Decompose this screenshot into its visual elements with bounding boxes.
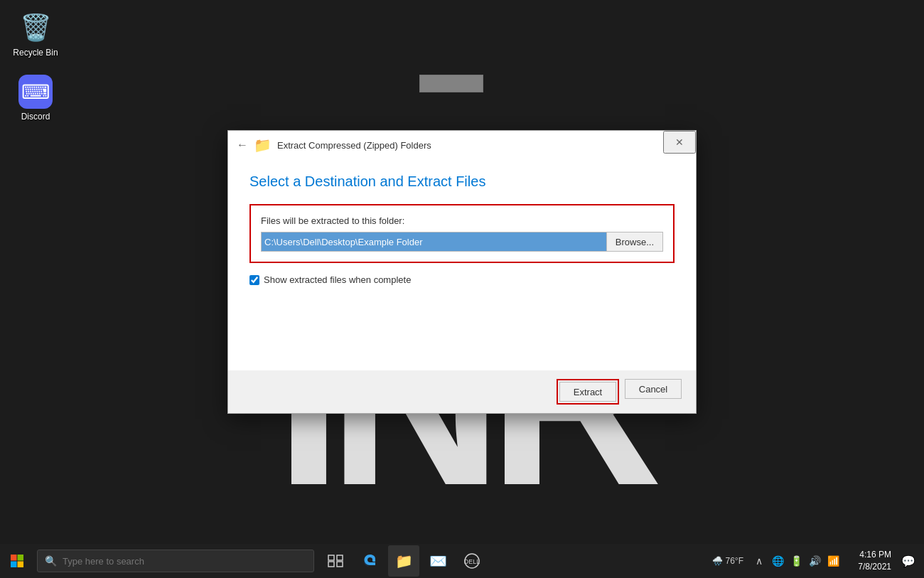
extract-dialog: ← 📁 Extract Compressed (Zipped) Folders … — [227, 130, 697, 414]
destination-input[interactable] — [261, 232, 607, 252]
weather-icon: 🌧️ — [712, 556, 723, 566]
wifi-icon[interactable]: 📶 — [826, 545, 840, 577]
dialog-overlay: ← 📁 Extract Compressed (Zipped) Folders … — [0, 0, 924, 544]
clock-time: 4:16 PM — [859, 549, 891, 561]
extract-button-wrapper: Extract — [557, 379, 619, 405]
svg-rect-3 — [18, 562, 24, 568]
taskbar: 🔍 📁 ✉️ — [0, 544, 924, 578]
dialog-footer: Extract Cancel — [228, 370, 696, 413]
svg-rect-4 — [328, 555, 334, 560]
browse-button[interactable]: Browse... — [607, 232, 663, 252]
taskbar-clock[interactable]: 4:16 PM 7/8/2021 — [844, 549, 894, 573]
dialog-close-button[interactable]: ✕ — [663, 131, 696, 154]
windows-logo-icon — [10, 554, 24, 568]
speaker-icon[interactable]: 🔊 — [807, 545, 822, 577]
weather-temp: 76°F — [726, 556, 743, 566]
weather-widget[interactable]: 🌧️ 76°F — [708, 556, 748, 566]
mail-button[interactable]: ✉️ — [422, 545, 453, 577]
search-icon: 🔍 — [45, 555, 57, 567]
dialog-title-icon: 📁 — [254, 137, 272, 154]
svg-rect-0 — [11, 555, 17, 561]
svg-rect-2 — [11, 562, 17, 568]
destination-label: Files will be extracted to this folder: — [261, 215, 663, 226]
clock-date: 7/8/2021 — [858, 561, 891, 573]
destination-section: Files will be extracted to this folder: … — [249, 204, 675, 263]
search-input[interactable] — [63, 556, 306, 567]
svg-text:DELL: DELL — [464, 558, 480, 565]
dialog-back-button[interactable]: ← — [237, 139, 248, 151]
show-hidden-icons-button[interactable]: ∧ — [752, 545, 766, 577]
destination-input-row: Browse... — [261, 232, 663, 252]
edge-browser-button[interactable] — [354, 545, 385, 577]
dell-button[interactable]: DELL — [456, 545, 488, 577]
desktop: INR 🗑️ Recycle Bin ⌨ Discord ← 📁 Extract… — [0, 0, 924, 578]
svg-rect-5 — [337, 555, 343, 560]
svg-rect-7 — [337, 562, 343, 567]
battery-icon[interactable]: 🔋 — [789, 545, 803, 577]
dialog-title-text: Extract Compressed (Zipped) Folders — [277, 140, 690, 151]
task-view-button[interactable] — [320, 545, 351, 577]
dialog-titlebar: ← 📁 Extract Compressed (Zipped) Folders … — [228, 131, 696, 159]
file-explorer-button[interactable]: 📁 — [388, 545, 419, 577]
cancel-button[interactable]: Cancel — [625, 379, 682, 399]
show-files-checkbox-row: Show extracted files when complete — [249, 274, 675, 285]
show-files-label: Show extracted files when complete — [264, 274, 411, 285]
dialog-heading: Select a Destination and Extract Files — [249, 173, 675, 190]
start-button[interactable] — [0, 544, 34, 578]
taskbar-systray-area: 🌧️ 76°F ∧ 🌐 🔋 🔊 📶 4:16 PM 7/8/2021 💬 — [708, 545, 924, 577]
svg-rect-1 — [18, 555, 24, 561]
taskbar-apps: 📁 ✉️ DELL — [320, 545, 488, 577]
network-icon[interactable]: 🌐 — [770, 545, 785, 577]
notification-icon: 💬 — [901, 555, 915, 568]
notification-button[interactable]: 💬 — [898, 545, 918, 577]
extract-button[interactable]: Extract — [559, 382, 616, 402]
dialog-content: Select a Destination and Extract Files F… — [228, 159, 696, 285]
svg-rect-6 — [328, 562, 334, 567]
show-files-checkbox[interactable] — [249, 275, 259, 285]
taskbar-search-bar[interactable]: 🔍 — [37, 550, 314, 572]
